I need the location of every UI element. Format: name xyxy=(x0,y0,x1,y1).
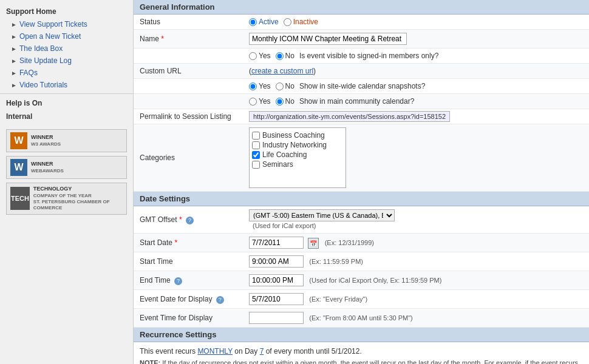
status-label: Status xyxy=(134,15,243,30)
snapshots-label-cell xyxy=(134,79,243,94)
event-date-display-hint: (Ex: "Every Friday") xyxy=(309,295,367,303)
custom-url-field: (create a custom url) xyxy=(243,64,589,79)
end-time-hint: (Used for iCal Export Only, Ex: 11:59:59… xyxy=(309,277,441,284)
calendar-icon[interactable]: 📅 xyxy=(308,238,319,249)
sidebar-item-open-ticket[interactable]: ► Open a New Ticket xyxy=(0,30,133,42)
categories-list: Business Coaching Industry Networking Li… xyxy=(249,127,346,188)
visible-radio-group: Yes No Is event visible to signed-in mem… xyxy=(249,52,583,60)
snapshots-no-radio[interactable] xyxy=(276,83,284,90)
web-subtitle: WEBAWARDS xyxy=(31,168,64,174)
sidebar-internal: Internal xyxy=(0,110,133,123)
end-time-info-icon[interactable]: ? xyxy=(174,277,182,285)
name-input[interactable] xyxy=(249,33,407,45)
visible-no-radio[interactable] xyxy=(276,52,284,60)
arrow-icon: ► xyxy=(11,82,17,89)
custom-url-row: Custom URL (create a custom url) xyxy=(134,64,589,79)
status-row: Status Active Inactive xyxy=(134,15,589,30)
categories-field: Business Coaching Industry Networking Li… xyxy=(243,124,589,192)
start-time-input[interactable] xyxy=(249,255,304,268)
start-time-hint: (Ex: 11:59:59 PM) xyxy=(309,258,363,265)
visible-hint: Is event visible to signed-in members on… xyxy=(299,52,438,60)
snapshots-no-label[interactable]: No xyxy=(276,82,294,90)
general-info-header: General Information xyxy=(134,0,589,15)
recurrence-header: Recurrence Settings xyxy=(134,328,589,342)
start-date-input[interactable] xyxy=(249,237,304,249)
snapshots-row: Yes No Show in site-wide calendar snapsh… xyxy=(134,79,589,94)
sidebar-item-view-tickets[interactable]: ► View Support Tickets xyxy=(0,18,133,30)
sidebar-item-label: The Idea Box xyxy=(19,44,63,53)
event-date-display-row: Event Date for Display ? (Ex: "Every Fri… xyxy=(134,290,589,309)
category-life-coaching: Life Coaching xyxy=(252,150,343,160)
event-date-info-icon[interactable]: ? xyxy=(216,296,224,304)
sidebar-item-idea-box[interactable]: ► The Idea Box xyxy=(0,42,133,55)
visible-yes-radio[interactable] xyxy=(249,52,257,60)
recurrence-section: This event recurs MONTHLY on Day 7 of ev… xyxy=(134,342,589,364)
sidebar-item-update-log[interactable]: ► Site Update Log xyxy=(0,55,133,67)
gmt-label: GMT Offset * ? xyxy=(134,206,243,234)
arrow-icon: ► xyxy=(11,70,17,76)
recurrence-on-day: on Day xyxy=(233,347,260,356)
tech-subtitle: COMPANY OF THE YEAR xyxy=(33,193,123,199)
status-active-radio[interactable] xyxy=(249,18,257,26)
sidebar: Support Home ► View Support Tickets ► Op… xyxy=(0,0,134,364)
permalink-value: http://organization.site-ym.com/events/S… xyxy=(249,111,450,122)
end-time-input[interactable] xyxy=(249,274,304,286)
gmt-hint: (Used for iCal export) xyxy=(253,222,316,229)
custom-url-paren-close: ) xyxy=(313,67,316,75)
main-cal-no-radio[interactable] xyxy=(276,98,284,106)
category-life-coaching-label: Life Coaching xyxy=(262,150,307,159)
permalink-label: Permalink to Session Listing xyxy=(134,109,243,124)
sidebar-item-label: View Support Tickets xyxy=(19,20,87,29)
status-active-text: Active xyxy=(259,18,279,26)
event-time-display-input[interactable] xyxy=(249,312,304,324)
category-industry-networking-checkbox[interactable] xyxy=(252,141,260,149)
gmt-row: GMT Offset * ? (GMT -5:00) Eastern Time … xyxy=(134,206,589,234)
status-field: Active Inactive xyxy=(243,15,589,30)
sidebar-item-label: FAQs xyxy=(19,69,38,77)
start-time-label: Start Time xyxy=(134,252,243,271)
visible-no-label[interactable]: No xyxy=(276,52,294,60)
category-seminars-checkbox[interactable] xyxy=(252,161,260,169)
gmt-select[interactable]: (GMT -5:00) Eastern Time (US & Canada), … xyxy=(249,209,395,221)
w3-subtitle: W3 AWARDS xyxy=(31,141,61,147)
main-calendar-field: Yes No Show in main community calendar? xyxy=(243,94,589,109)
recurrence-note-text: If the day of recurrence does not exist … xyxy=(140,359,578,364)
snapshots-yes-label[interactable]: Yes xyxy=(249,82,271,90)
snapshots-yes-radio[interactable] xyxy=(249,83,257,90)
main-cal-radio-group: Yes No Show in main community calendar? xyxy=(249,97,583,106)
snapshots-no-text: No xyxy=(285,82,294,90)
snapshots-radio-group: Yes No Show in site-wide calendar snapsh… xyxy=(249,82,583,90)
start-date-field: 📅 (Ex: 12/31/1999) xyxy=(243,234,589,252)
main-calendar-row: Yes No Show in main community calendar? xyxy=(134,94,589,109)
snapshots-yes-text: Yes xyxy=(259,82,271,90)
status-active-label[interactable]: Active xyxy=(249,18,279,26)
visible-no-text: No xyxy=(285,52,294,60)
arrow-icon: ► xyxy=(11,58,17,64)
visible-yes-label[interactable]: Yes xyxy=(249,52,271,60)
name-field xyxy=(243,30,589,49)
start-date-required-star: * xyxy=(174,238,177,247)
event-date-display-input[interactable] xyxy=(249,293,304,305)
sidebar-item-video-tutorials[interactable]: ► Video Tutorials xyxy=(0,79,133,91)
snapshots-field: Yes No Show in site-wide calendar snapsh… xyxy=(243,79,589,94)
start-date-label: Start Date * xyxy=(134,234,243,252)
main-cal-no-label[interactable]: No xyxy=(276,97,294,106)
web-award-logo: W WINNER WEBAWARDS xyxy=(6,156,127,179)
category-business-coaching-checkbox[interactable] xyxy=(252,132,260,140)
sidebar-item-faqs[interactable]: ► FAQs xyxy=(0,67,133,79)
recurrence-text-before: This event recurs xyxy=(140,347,197,356)
category-seminars-label: Seminars xyxy=(262,160,293,169)
status-inactive-label[interactable]: Inactive xyxy=(284,18,318,26)
status-inactive-text: Inactive xyxy=(293,18,318,26)
category-life-coaching-checkbox[interactable] xyxy=(252,151,260,159)
status-inactive-radio[interactable] xyxy=(284,18,291,26)
main-cal-yes-radio[interactable] xyxy=(249,98,257,106)
visible-field: Yes No Is event visible to signed-in mem… xyxy=(243,49,589,64)
gmt-info-icon[interactable]: ? xyxy=(186,217,194,224)
main-cal-yes-label[interactable]: Yes xyxy=(249,97,271,106)
arrow-icon: ► xyxy=(11,46,17,52)
date-settings-table: GMT Offset * ? (GMT -5:00) Eastern Time … xyxy=(134,206,589,328)
categories-label: Categories xyxy=(134,124,243,192)
status-radio-group: Active Inactive xyxy=(249,18,583,26)
custom-url-link[interactable]: create a custom url xyxy=(251,67,313,75)
